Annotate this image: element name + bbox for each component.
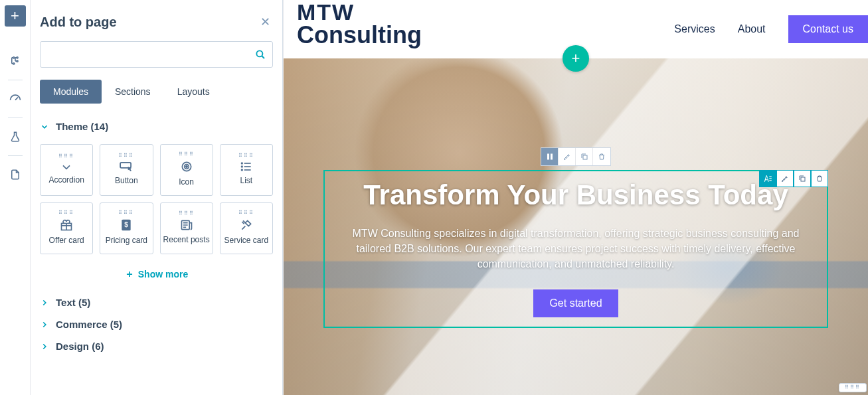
close-icon[interactable]: ✕ xyxy=(258,12,273,32)
hero-cta-button[interactable]: Get started xyxy=(533,289,618,317)
add-section-button[interactable]: + xyxy=(563,45,589,72)
module-toolbar xyxy=(759,170,828,187)
hero-rich-text-module[interactable]: Transform Your Business Today MTW Consul… xyxy=(323,170,828,328)
module-button[interactable]: ⠿⠿⠿ Button xyxy=(100,144,153,196)
svg-rect-25 xyxy=(583,155,587,159)
clone-icon[interactable] xyxy=(794,170,811,187)
svg-rect-5 xyxy=(120,163,131,168)
grip-icon: ⠿⠿⠿ xyxy=(179,153,195,156)
column-toolbar xyxy=(541,147,611,166)
column-handle-icon[interactable] xyxy=(541,148,559,165)
search-input[interactable] xyxy=(40,41,273,68)
file-icon[interactable] xyxy=(0,160,31,189)
svg-rect-26 xyxy=(769,177,772,177)
category-text[interactable]: Text (5) xyxy=(40,291,273,313)
hero-text[interactable]: MTW Consulting specializes in digital tr… xyxy=(337,226,815,272)
chevron-down-icon xyxy=(40,122,49,131)
panel-title: Add to page xyxy=(40,15,117,30)
edit-icon[interactable] xyxy=(776,170,794,187)
grip-icon: ⠿⠿⠿ xyxy=(238,212,254,214)
trash-icon[interactable] xyxy=(811,170,828,187)
grip-icon: ⠿⠿⠿ xyxy=(58,155,74,158)
tab-layouts[interactable]: Layouts xyxy=(164,80,223,104)
tools-icon xyxy=(240,218,253,232)
svg-rect-27 xyxy=(769,178,772,179)
module-recent-posts[interactable]: ⠿⠿⠿ Recent posts xyxy=(160,202,213,254)
show-more-label: Show more xyxy=(138,269,188,279)
flask-icon[interactable] xyxy=(0,122,31,151)
svg-point-0 xyxy=(13,57,14,58)
gift-icon xyxy=(60,218,73,232)
trash-icon[interactable] xyxy=(593,148,610,165)
tab-sections[interactable]: Sections xyxy=(102,80,164,104)
logo-line2: Consulting xyxy=(297,23,422,47)
svg-point-10 xyxy=(241,166,242,167)
svg-point-8 xyxy=(185,166,187,168)
search-icon[interactable] xyxy=(254,48,266,60)
button-icon xyxy=(119,161,133,172)
tree-icon[interactable] xyxy=(0,46,31,76)
module-service-card[interactable]: ⠿⠿⠿ Service card xyxy=(220,202,273,254)
svg-point-1 xyxy=(13,63,14,64)
svg-point-11 xyxy=(241,169,242,171)
category-label: Design (6) xyxy=(56,341,104,352)
chevron-right-icon xyxy=(40,298,49,307)
svg-point-3 xyxy=(16,60,17,62)
site-logo[interactable]: MTW Consulting xyxy=(297,11,422,47)
tab-modules[interactable]: Modules xyxy=(40,80,102,104)
chevron-right-icon xyxy=(40,342,49,351)
target-icon xyxy=(180,160,193,173)
hero-title[interactable]: Transform Your Business Today xyxy=(337,179,815,211)
category-label: Theme (14) xyxy=(56,121,108,132)
grip-icon: ⠿⠿⠿ xyxy=(118,155,134,157)
svg-rect-24 xyxy=(551,154,553,160)
add-to-page-panel: Add to page ✕ Modules Sections Layouts T… xyxy=(31,0,283,395)
module-pricing-card[interactable]: ⠿⠿⠿ $ Pricing card xyxy=(100,202,153,254)
grip-icon: ⠿⠿⠿ xyxy=(238,155,254,157)
add-button[interactable]: + xyxy=(5,5,26,27)
grip-icon: ⠿⠿⠿ xyxy=(179,212,195,215)
list-icon xyxy=(240,161,253,172)
category-commerce[interactable]: Commerce (5) xyxy=(40,313,273,335)
gauge-icon[interactable] xyxy=(0,84,31,114)
news-icon xyxy=(180,219,193,231)
richtext-icon[interactable] xyxy=(759,170,776,187)
preview-toggle[interactable]: ⠿⠿⠿ xyxy=(839,383,867,392)
grip-icon: ⠿⠿⠿ xyxy=(118,212,134,214)
nav-about[interactable]: About xyxy=(738,23,766,35)
svg-point-2 xyxy=(16,57,17,58)
grip-icon: ⠿⠿⠿ xyxy=(58,212,74,214)
show-more-button[interactable]: Show more xyxy=(40,262,273,291)
grip-icon: ⠿⠿⠿ xyxy=(845,386,861,389)
clone-icon[interactable] xyxy=(576,148,593,165)
svg-text:$: $ xyxy=(125,221,129,228)
svg-rect-29 xyxy=(801,177,805,181)
svg-point-4 xyxy=(256,50,262,56)
chevron-right-icon xyxy=(40,320,49,329)
logo-line1: MTW xyxy=(297,1,422,23)
nav-services[interactable]: Services xyxy=(674,23,715,35)
svg-rect-23 xyxy=(547,154,549,160)
category-design[interactable]: Design (6) xyxy=(40,335,273,357)
module-offer-card[interactable]: ⠿⠿⠿ Offer card xyxy=(40,202,93,254)
hero-section[interactable]: + Transform Your Business Today MTW Cons… xyxy=(284,58,868,395)
price-icon: $ xyxy=(120,218,132,232)
nav-contact-button[interactable]: Contact us xyxy=(788,15,868,43)
svg-point-9 xyxy=(241,163,242,164)
category-label: Commerce (5) xyxy=(56,319,122,330)
svg-rect-28 xyxy=(769,180,772,181)
accordion-icon xyxy=(60,162,73,171)
module-icon[interactable]: ⠿⠿⠿ Icon xyxy=(160,144,213,196)
category-theme[interactable]: Theme (14) xyxy=(40,116,273,137)
module-accordion[interactable]: ⠿⠿⠿ Accordion xyxy=(40,144,93,196)
category-label: Text (5) xyxy=(56,297,90,308)
edit-icon[interactable] xyxy=(559,148,576,165)
module-list[interactable]: ⠿⠿⠿ List xyxy=(220,144,273,196)
